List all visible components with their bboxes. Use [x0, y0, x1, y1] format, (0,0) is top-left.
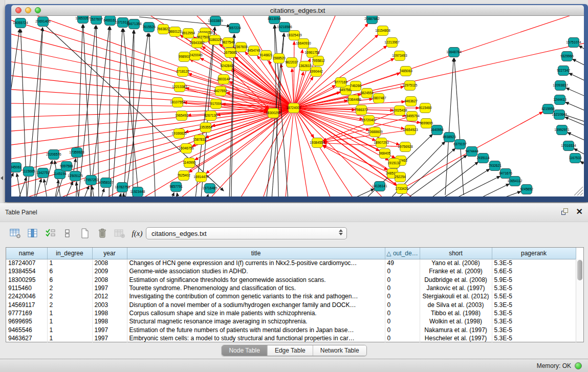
- network-node[interactable]: 1587831: [193, 135, 206, 145]
- network-node[interactable]: 1527607: [90, 16, 103, 25]
- column-header-short[interactable]: short: [420, 248, 492, 259]
- minimize-window-button[interactable]: [25, 7, 31, 13]
- network-node[interactable]: 14671358: [126, 19, 142, 29]
- network-node[interactable]: 7986372: [355, 105, 368, 115]
- network-node[interactable]: 15751074: [566, 38, 581, 48]
- network-node[interactable]: 14136141: [372, 182, 387, 191]
- network-node[interactable]: 7615526: [142, 23, 156, 32]
- network-node[interactable]: 17957253: [83, 176, 99, 185]
- tab-network-table[interactable]: Network Table: [313, 345, 366, 356]
- network-node[interactable]: 7857224: [228, 24, 241, 33]
- network-node[interactable]: 20364486: [346, 95, 361, 105]
- network-node[interactable]: 16648784: [446, 48, 462, 57]
- panel-collapse-arrow-icon[interactable]: [1, 176, 3, 180]
- network-node[interactable]: 9699695: [420, 119, 433, 128]
- network-node[interactable]: 8427552: [214, 86, 227, 96]
- network-node[interactable]: 8813054: [268, 16, 281, 24]
- network-node[interactable]: 6379197: [453, 140, 467, 149]
- scrollbar-thumb[interactable]: [577, 260, 582, 280]
- network-node[interactable]: 1990442: [310, 67, 323, 77]
- tab-node-table[interactable]: Node Table: [222, 345, 268, 356]
- network-node[interactable]: 17016534: [561, 141, 576, 151]
- network-node[interactable]: 10973493: [392, 51, 407, 61]
- network-node[interactable]: 19495794: [404, 112, 420, 121]
- network-node[interactable]: 16914479: [193, 172, 209, 182]
- column-header-in-degree[interactable]: in_degree: [47, 248, 92, 259]
- network-node[interactable]: 7932621: [488, 161, 502, 171]
- table-row[interactable]: 977716911998Corpus callosum shape and si…: [6, 309, 576, 317]
- network-node[interactable]: 20691406: [35, 17, 51, 27]
- network-node[interactable]: 10653267: [75, 16, 91, 24]
- table-row[interactable]: 911546021997Tourette syndrome. Phenomeno…: [6, 284, 576, 292]
- network-node[interactable]: 968405: [379, 149, 390, 159]
- network-node[interactable]: 9242848: [220, 61, 233, 71]
- network-node[interactable]: 19756928: [398, 142, 413, 152]
- network-node[interactable]: 3824554: [360, 89, 374, 98]
- network-node[interactable]: 19166825: [171, 129, 187, 139]
- column-header-out-de-[interactable]: △ out_de…: [385, 248, 420, 259]
- network-node[interactable]: 8454749: [247, 46, 260, 56]
- network-window-titlebar[interactable]: citations_edges.txt: [11, 5, 584, 16]
- network-node[interactable]: 845061: [11, 163, 21, 172]
- network-node[interactable]: 917004: [210, 99, 222, 109]
- network-node[interactable]: 2718126: [176, 67, 189, 77]
- network-node[interactable]: 9146821: [259, 51, 273, 60]
- table-mode-icon[interactable]: [8, 226, 23, 240]
- network-node[interactable]: 9115460: [419, 103, 432, 113]
- network-node[interactable]: 998901: [179, 52, 190, 62]
- network-node[interactable]: 9397588: [60, 162, 73, 171]
- network-node[interactable]: 16046756: [179, 144, 194, 154]
- network-node[interactable]: 18907293: [374, 138, 389, 148]
- network-node[interactable]: 1353554: [199, 123, 212, 133]
- network-node[interactable]: 15720407: [361, 116, 377, 125]
- network-node[interactable]: 9860123: [168, 27, 182, 37]
- network-node[interactable]: 1115685: [23, 167, 35, 177]
- network-node[interactable]: 9827546: [222, 38, 235, 48]
- table-row[interactable]: 946362711997Embryonic stem cells: a mode…: [6, 334, 576, 342]
- network-node[interactable]: 16154808: [375, 26, 390, 36]
- network-node[interactable]: 746266: [350, 81, 361, 91]
- network-node[interactable]: 1675685: [224, 48, 237, 58]
- network-node[interactable]: 18107554: [170, 98, 185, 107]
- network-node[interactable]: 1640954: [430, 125, 444, 135]
- network-node[interactable]: 1244413: [553, 95, 567, 105]
- network-node[interactable]: 6466161: [103, 16, 117, 26]
- memory-ok-indicator-icon[interactable]: [575, 362, 582, 369]
- network-node[interactable]: 10654112: [508, 177, 522, 186]
- network-node[interactable]: 1588520: [272, 54, 286, 63]
- network-node[interactable]: 12213967: [384, 38, 400, 48]
- network-node[interactable]: 7955812: [312, 56, 325, 66]
- network-node[interactable]: 1965492: [175, 111, 188, 121]
- network-node[interactable]: 9857791: [169, 182, 183, 192]
- column-header-name[interactable]: name: [6, 248, 47, 259]
- network-node[interactable]: 1167533: [569, 154, 582, 163]
- table-select-dropdown[interactable]: citations_edges.txt: [146, 227, 347, 239]
- network-node[interactable]: 7485063: [399, 67, 412, 76]
- network-node[interactable]: 1342757: [36, 168, 50, 178]
- network-node[interactable]: 7625402: [177, 171, 190, 181]
- network-node[interactable]: 12975115: [403, 81, 418, 91]
- table-row[interactable]: 1872400712008Changes of HCN gene express…: [6, 259, 576, 267]
- float-panel-icon[interactable]: [561, 207, 570, 216]
- close-window-button[interactable]: [15, 7, 21, 13]
- new-column-icon[interactable]: [78, 226, 92, 240]
- network-node[interactable]: 8912954: [182, 29, 195, 38]
- network-node[interactable]: 16210643: [552, 110, 567, 120]
- network-node[interactable]: 9245652: [520, 185, 533, 194]
- row-selection-icon[interactable]: [43, 226, 57, 240]
- delete-table-icon[interactable]: [113, 226, 127, 240]
- network-node[interactable]: 1915132: [387, 159, 401, 168]
- show-columns-icon[interactable]: [26, 226, 40, 240]
- network-node[interactable]: 9329966: [560, 52, 574, 61]
- network-node[interactable]: 15716485: [202, 184, 217, 193]
- zoom-window-button[interactable]: [35, 7, 41, 13]
- network-node[interactable]: 8186328: [208, 35, 222, 45]
- network-node[interactable]: 10807487: [371, 94, 386, 103]
- network-node[interactable]: 2803144: [217, 75, 230, 84]
- table-row[interactable]: 1938455462009Genome-wide association stu…: [6, 267, 576, 275]
- network-node[interactable]: 10688609: [367, 127, 383, 137]
- column-header-title[interactable]: title: [127, 248, 385, 259]
- network-node[interactable]: 10958107: [98, 178, 114, 188]
- network-node[interactable]: 9474444: [465, 147, 478, 157]
- network-node[interactable]: 8267130: [204, 111, 217, 121]
